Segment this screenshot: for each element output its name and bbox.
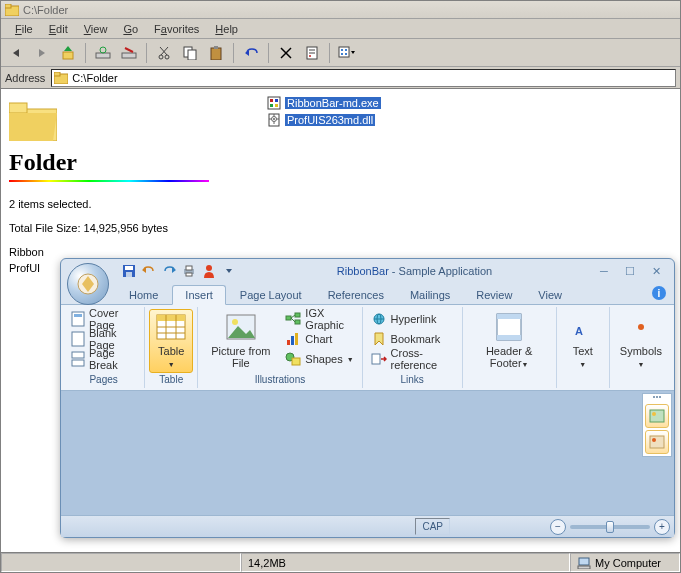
copy-button[interactable] [179,42,201,64]
close-button[interactable]: ✕ [644,263,668,279]
ribbon-titlebar[interactable]: RibbonBar - Sample Application ─ ☐ ✕ [61,259,674,283]
svg-line-9 [161,47,168,55]
tab-home[interactable]: Home [117,286,170,304]
zoom-in-button[interactable]: + [654,519,670,535]
forward-button[interactable] [31,42,53,64]
tab-mailings[interactable]: Mailings [398,286,462,304]
chart-button[interactable]: Chart [281,329,357,349]
menu-go[interactable]: Go [115,21,146,37]
properties-button[interactable] [301,42,323,64]
file-name: ProfUIS263md.dll [285,114,375,126]
group-symbols: Symbols▼ [610,307,672,388]
separator [85,43,86,63]
igx-graphic-button[interactable]: IGX Graphic [281,309,357,329]
symbols-button[interactable]: Symbols▼ [614,309,668,384]
svg-rect-82 [650,436,664,448]
svg-rect-24 [341,53,343,55]
folder-title: Folder [9,149,253,176]
cut-button[interactable] [153,42,175,64]
file-item[interactable]: ProfUIS263md.dll [267,112,381,128]
office-button[interactable] [67,263,109,305]
computer-icon [577,557,591,569]
picture-icon [225,311,257,343]
hyperlink-button[interactable]: Hyperlink [367,309,458,329]
group-links: Hyperlink Bookmark Cross-reference Links [363,307,463,388]
separator [268,43,269,63]
page-break-icon [71,351,85,367]
svg-rect-77 [497,335,521,340]
svg-rect-52 [72,360,84,366]
svg-rect-13 [211,48,221,60]
svg-rect-38 [579,558,589,565]
svg-line-6 [125,48,133,52]
zoom-out-button[interactable]: − [550,519,566,535]
up-button[interactable] [57,42,79,64]
table-button[interactable]: Table▼ [149,309,193,373]
cap-indicator: CAP [415,518,450,535]
cutoff-text-1: Ribbon [9,246,253,258]
svg-point-83 [652,438,656,442]
bookmark-button[interactable]: Bookmark [367,329,458,349]
text-button[interactable]: A Text▼ [561,309,605,384]
file-item[interactable]: RibbonBar-md.exe [267,95,381,111]
ribbon-body: Cover Page Blank Page Page Break Pages T… [61,305,674,391]
tab-page-layout[interactable]: Page Layout [228,286,314,304]
maximize-button[interactable]: ☐ [618,263,642,279]
menu-favorites[interactable]: Favorites [146,21,207,37]
ribbon-window: RibbonBar - Sample Application ─ ☐ ✕ Hom… [60,258,675,538]
help-button[interactable]: i [652,286,666,300]
redo-icon[interactable] [161,263,177,279]
svg-rect-74 [372,354,380,364]
minimize-button[interactable]: ─ [592,263,616,279]
paste-button[interactable] [205,42,227,64]
menubar: File Edit View Go Favorites Help [1,19,680,39]
back-button[interactable] [5,42,27,64]
tab-view[interactable]: View [526,286,574,304]
svg-point-79 [638,324,644,330]
save-icon[interactable] [121,263,137,279]
page-break-button[interactable]: Page Break [67,349,140,369]
tab-insert[interactable]: Insert [172,285,226,305]
menu-file[interactable]: File [7,21,41,37]
zoom-slider[interactable] [570,525,650,529]
gallery-item[interactable] [645,430,669,454]
svg-rect-68 [295,333,298,345]
header-footer-button[interactable]: Header & Footer▼ [467,309,552,384]
svg-rect-29 [9,103,27,113]
svg-rect-67 [291,336,294,345]
page-icon [71,311,85,327]
tab-references[interactable]: References [316,286,396,304]
menu-help[interactable]: Help [207,21,246,37]
shapes-button[interactable]: Shapes ▼ [281,349,357,369]
undo-icon[interactable] [141,263,157,279]
disconnect-button[interactable] [118,42,140,64]
delete-button[interactable] [275,42,297,64]
user-icon[interactable] [201,263,217,279]
cover-page-button[interactable]: Cover Page [67,309,140,329]
views-button[interactable] [336,42,358,64]
picture-button[interactable]: Picture from File [202,309,279,373]
svg-line-64 [291,315,295,318]
print-icon[interactable] [181,263,197,279]
zoom-thumb[interactable] [606,521,614,533]
undo-button[interactable] [240,42,262,64]
blank-page-button[interactable]: Blank Page [67,329,140,349]
svg-rect-54 [157,315,185,321]
menu-edit[interactable]: Edit [41,21,76,37]
menu-view[interactable]: View [76,21,116,37]
svg-rect-39 [578,566,590,569]
svg-rect-21 [339,47,349,57]
map-drive-button[interactable] [92,42,114,64]
titlebar[interactable]: C:\Folder [1,1,680,19]
ribbon-tabs: Home Insert Page Layout References Maili… [61,283,674,305]
svg-line-10 [160,47,167,55]
separator [329,43,330,63]
tab-review[interactable]: Review [464,286,524,304]
cross-reference-button[interactable]: Cross-reference [367,349,458,369]
folder-icon [5,4,19,16]
svg-point-81 [652,412,656,416]
gallery-item[interactable] [645,404,669,428]
window-buttons: ─ ☐ ✕ [592,263,668,279]
address-field[interactable]: C:\Folder [51,69,676,87]
qat-dropdown[interactable] [221,263,237,279]
